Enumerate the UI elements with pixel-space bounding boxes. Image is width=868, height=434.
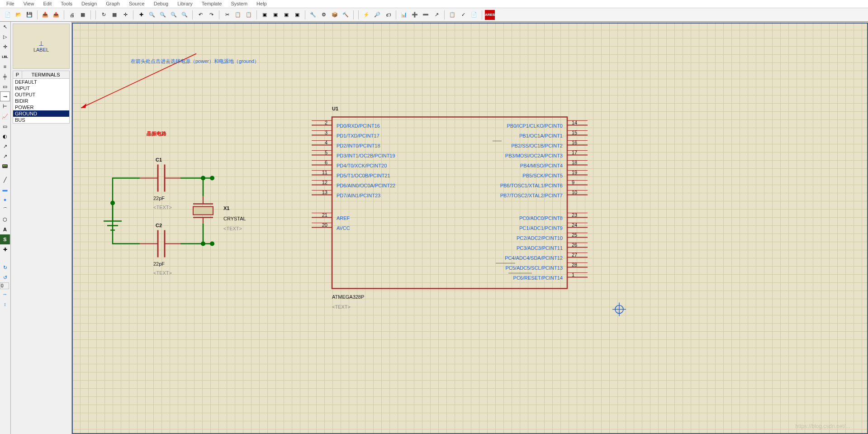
- tape-mode-icon[interactable]: ▭: [0, 121, 10, 131]
- removesheet-icon[interactable]: ➖: [421, 10, 431, 20]
- package-icon[interactable]: 📦: [330, 10, 340, 20]
- graph-mode-icon[interactable]: 📈: [0, 111, 10, 121]
- zoomall-icon[interactable]: 🔍: [169, 10, 179, 20]
- subcircuit-mode-icon[interactable]: ▭: [0, 81, 10, 91]
- ares-icon[interactable]: ARES: [485, 10, 495, 20]
- menu-system[interactable]: System: [226, 0, 252, 8]
- open-icon[interactable]: 📂: [14, 10, 24, 20]
- make-icon[interactable]: ⚙: [319, 10, 329, 20]
- generator-mode-icon[interactable]: ◐: [0, 131, 10, 141]
- pick-devices-button[interactable]: P: [13, 71, 22, 78]
- blockdelete-icon[interactable]: ▣: [292, 10, 302, 20]
- redo-icon[interactable]: ↷: [206, 10, 216, 20]
- menu-tools[interactable]: Tools: [56, 0, 77, 8]
- zoomin-icon[interactable]: 🔍: [147, 10, 157, 20]
- terminal-item-input[interactable]: INPUT: [13, 85, 69, 91]
- schematic-canvas[interactable]: 在箭头处点击进去选择电源（power）和电源地（ground）晶振电路C122p…: [72, 22, 868, 434]
- newsheet-icon[interactable]: ➕: [410, 10, 420, 20]
- terminal-item-power[interactable]: POWER: [13, 104, 69, 110]
- designexplorer-icon[interactable]: 📊: [399, 10, 409, 20]
- terminal-item-ground[interactable]: GROUND: [13, 110, 69, 117]
- wirelabel-mode-icon[interactable]: LBL: [0, 52, 10, 62]
- svg-text:晶振电路: 晶振电路: [147, 131, 166, 136]
- propertytool-icon[interactable]: 🏷: [383, 10, 393, 20]
- devicepin-mode-icon[interactable]: ⊢: [0, 101, 10, 111]
- import-icon[interactable]: 📥: [40, 10, 50, 20]
- rotation-input[interactable]: [0, 282, 9, 289]
- mirror-v-icon[interactable]: ↕: [0, 299, 10, 309]
- zoomout-icon[interactable]: 🔍: [158, 10, 168, 20]
- bom-icon[interactable]: 📋: [447, 10, 457, 20]
- script-mode-icon[interactable]: ≡: [0, 62, 10, 72]
- svg-text:<TEXT>: <TEXT>: [153, 205, 172, 210]
- junction-mode-icon[interactable]: ✛: [0, 42, 10, 52]
- export-icon[interactable]: 📤: [51, 10, 61, 20]
- arc2d-icon[interactable]: ⌒: [0, 205, 10, 215]
- menu-debug[interactable]: Debug: [149, 0, 173, 8]
- copy-icon[interactable]: 📋: [233, 10, 243, 20]
- rotate-ccw-icon[interactable]: ↺: [0, 272, 10, 282]
- marker-icon[interactable]: ✚: [0, 244, 10, 254]
- svg-text:CRYSTAL: CRYSTAL: [223, 216, 246, 221]
- decompose-icon[interactable]: 🔨: [341, 10, 351, 20]
- terminal-mode-icon[interactable]: ⊸: [0, 91, 10, 101]
- mirror-h-icon[interactable]: ↔: [0, 289, 10, 299]
- blockmove-icon[interactable]: ▣: [270, 10, 280, 20]
- probe-current-icon[interactable]: ↗: [0, 151, 10, 161]
- path2d-icon[interactable]: ⬡: [0, 215, 10, 224]
- symbol2d-icon[interactable]: S: [0, 234, 10, 244]
- terminal-item-output[interactable]: OUTPUT: [13, 91, 69, 98]
- text2d-icon[interactable]: A: [0, 224, 10, 234]
- menu-graph[interactable]: Graph: [101, 0, 124, 8]
- terminal-item-bus[interactable]: BUS: [13, 117, 69, 123]
- print-icon[interactable]: 🖨: [67, 10, 77, 20]
- printarea-icon[interactable]: ▦: [78, 10, 88, 20]
- svg-text:11: 11: [322, 170, 327, 175]
- wireautoroute-icon[interactable]: ⚡: [361, 10, 371, 20]
- select-mode-icon[interactable]: ↖: [0, 22, 10, 32]
- menu-design[interactable]: Design: [77, 0, 101, 8]
- origin-icon[interactable]: ✛: [120, 10, 130, 20]
- searchtext-icon[interactable]: 🔎: [372, 10, 382, 20]
- probe-voltage-icon[interactable]: ↗: [0, 141, 10, 151]
- netlist-icon[interactable]: 📄: [469, 10, 479, 20]
- rotate-cw-icon[interactable]: ↻: [0, 262, 10, 272]
- component-mode-icon[interactable]: ▷: [0, 32, 10, 42]
- menu-edit[interactable]: Edit: [38, 0, 56, 8]
- blockrotate-icon[interactable]: ▣: [281, 10, 291, 20]
- svg-text:9: 9: [572, 180, 574, 185]
- menu-source[interactable]: Source: [124, 0, 149, 8]
- menu-view[interactable]: View: [19, 0, 39, 8]
- svg-text:17: 17: [572, 150, 577, 155]
- terminals-list[interactable]: DEFAULTINPUTOUTPUTBIDIRPOWERGROUNDBUS: [13, 79, 70, 124]
- cut-icon[interactable]: ✂: [222, 10, 232, 20]
- pick-icon[interactable]: 🔧: [308, 10, 318, 20]
- grid-icon[interactable]: ▦: [109, 10, 119, 20]
- bus-mode-icon[interactable]: ╪: [0, 72, 10, 81]
- center-icon[interactable]: ✚: [136, 10, 146, 20]
- undo-icon[interactable]: ↶: [195, 10, 205, 20]
- box2d-icon[interactable]: ▬: [0, 185, 10, 195]
- new-icon[interactable]: 📄: [3, 10, 13, 20]
- menu-help[interactable]: Help: [252, 0, 271, 8]
- terminal-item-bidir[interactable]: BIDIR: [13, 98, 69, 104]
- svg-text:26: 26: [572, 242, 577, 248]
- menu-template[interactable]: Template: [197, 0, 227, 8]
- gotosheet-icon[interactable]: ↗: [432, 10, 441, 20]
- zoomarea-icon[interactable]: 🔍: [180, 10, 190, 20]
- menu-file[interactable]: File: [2, 0, 19, 8]
- instrument-mode-icon[interactable]: 📟: [0, 161, 10, 171]
- svg-text:PC5/ADC5/SCL/PCINT13: PC5/ADC5/SCL/PCINT13: [505, 265, 563, 271]
- circle2d-icon[interactable]: ●: [0, 195, 10, 205]
- line2d-icon[interactable]: ╱: [0, 175, 10, 185]
- svg-text:3: 3: [325, 130, 327, 135]
- save-icon[interactable]: 💾: [24, 10, 34, 20]
- refresh-icon[interactable]: ↻: [99, 10, 109, 20]
- svg-text:PD1/TXD/PCINT17: PD1/TXD/PCINT17: [337, 133, 379, 138]
- menu-library[interactable]: Library: [173, 0, 197, 8]
- blockcopy-icon[interactable]: ▣: [260, 10, 270, 20]
- erc-icon[interactable]: ✓: [458, 10, 468, 20]
- svg-text:PC6/RESET/PCINT14: PC6/RESET/PCINT14: [513, 275, 563, 281]
- paste-icon[interactable]: 📋: [244, 10, 254, 20]
- terminal-item-default[interactable]: DEFAULT: [13, 79, 69, 85]
